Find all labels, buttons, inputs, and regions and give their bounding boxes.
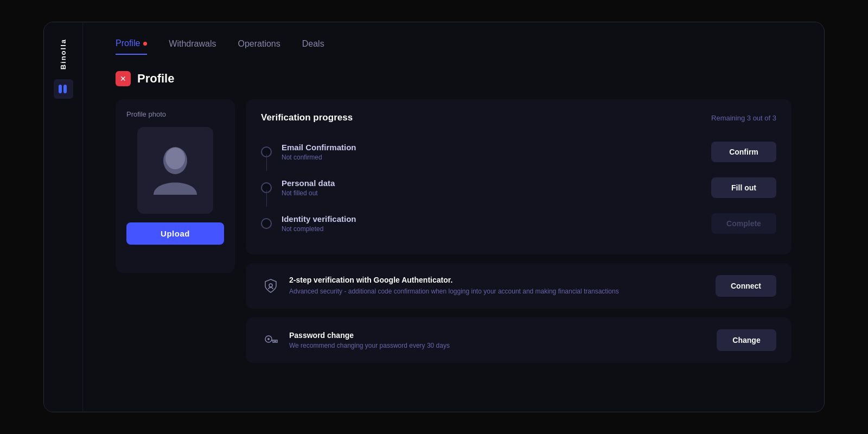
tab-operations-label: Operations (238, 39, 280, 49)
step-dot-personal (261, 182, 272, 193)
tab-profile[interactable]: Profile (116, 39, 147, 55)
svg-point-4 (165, 148, 185, 169)
key-icon (261, 330, 280, 350)
tab-profile-label: Profile (116, 39, 140, 48)
complete-button[interactable]: Complete (711, 213, 776, 234)
password-description: We recommend changing your password ever… (289, 342, 708, 349)
email-confirmation-status: Not confirmed (282, 154, 711, 161)
password-info: Password change We recommend changing yo… (289, 331, 708, 349)
right-side: Verification progress Remaining 3 out of… (246, 99, 792, 363)
two-step-description: Advanced security - additional code conf… (289, 286, 707, 296)
verification-items: Email Confirmation Not confirmed Confirm… (261, 134, 776, 241)
avatar-placeholder (137, 127, 213, 214)
item-info-email: Email Confirmation Not confirmed (282, 143, 711, 161)
password-title: Password change (289, 331, 708, 340)
tab-withdrawals-label: Withdrawals (169, 39, 216, 49)
password-card: Password change We recommend changing yo… (246, 317, 792, 363)
photo-label: Profile photo (126, 110, 166, 118)
verification-item-personal: Personal data Not filled out Fill out (261, 170, 776, 206)
tab-operations[interactable]: Operations (238, 39, 280, 55)
personal-data-status: Not filled out (282, 189, 711, 197)
tab-deals[interactable]: Deals (302, 39, 324, 55)
email-confirmation-title: Email Confirmation (282, 143, 711, 152)
tab-withdrawals[interactable]: Withdrawals (169, 39, 216, 55)
avatar-silhouette (151, 143, 200, 197)
shield-icon (261, 276, 280, 296)
fill-out-button[interactable]: Fill out (711, 177, 776, 198)
svg-rect-2 (63, 85, 67, 93)
tab-profile-dot (143, 42, 147, 46)
verification-card: Verification progress Remaining 3 out of… (246, 99, 792, 254)
sidebar: Binolla (44, 22, 83, 412)
identity-verification-status: Not completed (282, 225, 711, 233)
connect-authenticator-button[interactable]: Connect (716, 275, 776, 297)
brand-icon (54, 79, 73, 99)
two-step-title: 2-step verification with Google Authenti… (289, 276, 707, 284)
upload-photo-button[interactable]: Upload (126, 222, 224, 245)
remaining-text: Remaining 3 out of 3 (711, 114, 776, 122)
svg-point-5 (269, 284, 272, 287)
tab-deals-label: Deals (302, 39, 324, 49)
main-container: Binolla Profile Withdrawals Operations D… (43, 22, 825, 412)
photo-card: Profile photo Upload (116, 99, 235, 273)
item-info-personal: Personal data Not filled out (282, 178, 711, 197)
tab-bar: Profile Withdrawals Operations Deals (116, 39, 792, 55)
sidebar-logo: Binolla (54, 39, 73, 99)
content-area: Profile Withdrawals Operations Deals ✕ P… (83, 22, 824, 412)
confirm-email-button[interactable]: Confirm (711, 142, 776, 162)
svg-rect-1 (59, 85, 62, 93)
verification-item-email: Email Confirmation Not confirmed Confirm (261, 134, 776, 170)
two-step-info: 2-step verification with Google Authenti… (289, 276, 707, 296)
brand-name: Binolla (59, 39, 67, 69)
profile-layout: Profile photo Upload Verification progre… (116, 99, 792, 363)
verification-title: Verification progress (261, 112, 353, 123)
shield-error-icon: ✕ (116, 71, 131, 86)
two-step-card: 2-step verification with Google Authenti… (246, 263, 792, 309)
step-dot-email (261, 146, 272, 157)
svg-point-7 (267, 338, 270, 340)
change-password-button[interactable]: Change (717, 329, 776, 351)
verification-item-identity: Identity verification Not completed Comp… (261, 206, 776, 241)
item-info-identity: Identity verification Not completed (282, 214, 711, 233)
verification-header: Verification progress Remaining 3 out of… (261, 112, 776, 123)
page-title-row: ✕ Profile (116, 71, 792, 86)
page-title: Profile (137, 72, 174, 86)
step-dot-identity (261, 218, 272, 229)
personal-data-title: Personal data (282, 178, 711, 188)
identity-verification-title: Identity verification (282, 214, 711, 224)
